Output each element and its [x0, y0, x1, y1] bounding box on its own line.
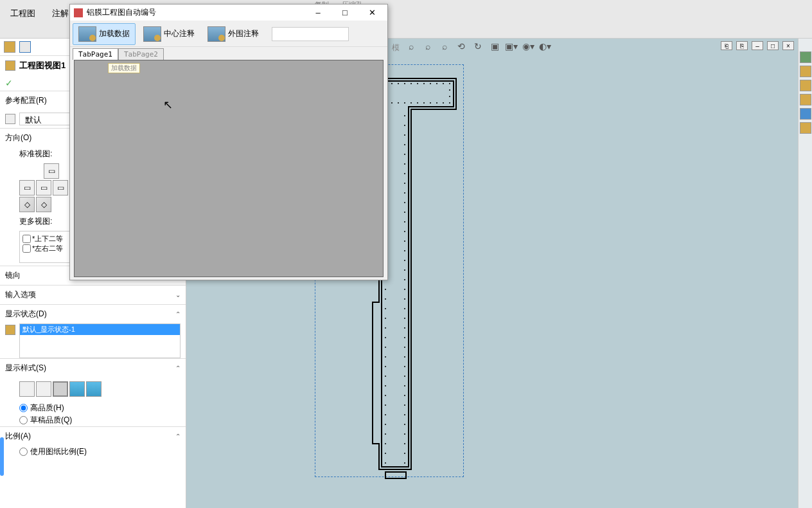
radio-high-quality[interactable]: 高品质(H) [19, 402, 186, 414]
svg-point-56 [404, 260, 405, 261]
tab-page-2[interactable]: TabPage2 [118, 48, 164, 60]
svg-point-21 [423, 102, 425, 104]
cursor-icon: ↖ [163, 98, 173, 112]
tab-page-1[interactable]: TabPage1 [73, 48, 118, 60]
view-btn-top[interactable]: ▭ [36, 180, 51, 195]
svg-point-78 [404, 366, 405, 367]
svg-point-85 [385, 404, 386, 406]
center-annotate-button[interactable]: 中心注释 [138, 24, 200, 44]
auto-number-dialog: 铝膜工程图自动编号 – □ ✕ 加载数据 中心注释 外围注释 TabPage1 … [69, 4, 388, 280]
side-icon-home[interactable] [800, 51, 811, 63]
view-btn-front[interactable]: ▭ [44, 163, 59, 179]
dialog-maximize-icon[interactable]: □ [333, 6, 357, 20]
ribbon-tab-drawing[interactable]: 工程图 [3, 5, 43, 33]
svg-point-95 [385, 453, 386, 454]
svg-point-7 [423, 83, 425, 84]
svg-point-89 [385, 424, 386, 425]
chevron-up-icon: ⌃ [175, 311, 181, 318]
outer-annotate-button[interactable]: 外围注释 [202, 24, 264, 44]
svg-point-87 [385, 414, 386, 415]
section-display-style[interactable]: 显示样式(S) ⌃ [0, 359, 186, 377]
section-input-options[interactable]: 输入选项 ⌄ [0, 286, 186, 304]
dialog-icon [74, 8, 83, 17]
cb-leftright[interactable] [22, 244, 31, 253]
svg-point-16 [391, 102, 393, 104]
scrollbar-thumb[interactable] [0, 437, 4, 476]
style-btn-shaded-edges[interactable] [69, 381, 85, 397]
panel-tab-icon[interactable] [4, 41, 15, 53]
confirm-icon[interactable]: ✓ [5, 78, 13, 88]
section-display-state[interactable]: 显示状态(D) ⌃ [0, 305, 186, 323]
svg-point-24 [443, 102, 444, 104]
svg-point-42 [404, 192, 405, 194]
svg-point-71 [385, 337, 386, 338]
side-icon-5[interactable] [800, 108, 811, 120]
display-icon[interactable]: ▣▾ [505, 40, 518, 53]
svg-point-14 [449, 102, 450, 104]
svg-point-52 [404, 240, 405, 242]
zoom-icon[interactable]: ⌕ [438, 40, 451, 53]
view-btn-left[interactable]: ▭ [19, 180, 35, 195]
svg-point-96 [404, 453, 405, 454]
dialog-minimize-icon[interactable]: – [306, 6, 330, 20]
panel-tab-icon-2[interactable] [19, 41, 31, 53]
vp-maximize-icon[interactable]: □ [767, 41, 779, 50]
radio-draft-quality[interactable]: 草稿品质(Q) [19, 414, 186, 426]
dialog-close-icon[interactable]: ✕ [360, 6, 384, 20]
section-icon[interactable]: ▣ [488, 40, 501, 53]
tooltip: 加载数据 [108, 63, 140, 73]
svg-point-22 [430, 102, 431, 104]
display-state-item[interactable]: 默认_显示状态-1 [20, 324, 180, 335]
vp-prev-icon[interactable]: ⎗ [721, 41, 732, 50]
side-icon-6[interactable] [800, 122, 811, 134]
dialog-content-area[interactable]: 加载数据 ↖ [74, 60, 384, 277]
style-btn-wireframe[interactable] [19, 381, 35, 397]
style-btn-hidden-removed[interactable] [53, 381, 68, 397]
appearance-icon[interactable]: ◐▾ [538, 40, 551, 53]
side-icon-3[interactable] [800, 80, 811, 91]
svg-point-12 [449, 89, 450, 91]
svg-point-91 [385, 433, 386, 435]
load-data-icon [78, 26, 96, 42]
view-btn-iso2[interactable]: ◇ [36, 197, 51, 212]
svg-point-88 [404, 414, 405, 415]
dialog-toolbar: 加载数据 中心注释 外围注释 [70, 21, 387, 47]
style-btn-shaded[interactable] [86, 381, 102, 397]
svg-point-83 [385, 395, 386, 396]
svg-point-10 [443, 83, 444, 84]
vp-minimize-icon[interactable]: – [752, 41, 763, 50]
svg-point-44 [404, 202, 405, 203]
svg-point-81 [385, 385, 386, 386]
section-scale[interactable]: 比例(A) ⌃ [0, 427, 186, 446]
side-icon-4[interactable] [800, 94, 811, 105]
config-icon [5, 114, 15, 124]
pan-icon[interactable]: ↻ [472, 40, 484, 53]
cropped-label: 模 [392, 42, 400, 53]
svg-point-36 [404, 163, 405, 165]
display-state-list[interactable]: 默认_显示状态-1 [19, 323, 181, 358]
svg-point-74 [404, 347, 405, 348]
vp-close-icon[interactable]: × [782, 41, 794, 50]
chevron-up-icon: ⌃ [175, 433, 181, 440]
hide-show-icon[interactable]: ◉▾ [522, 40, 534, 53]
style-btn-hidden-visible[interactable] [36, 381, 51, 397]
view-btn-right[interactable]: ▭ [53, 180, 68, 195]
cb-updown[interactable] [22, 235, 31, 243]
side-icon-2[interactable] [800, 66, 811, 77]
viewport-toolbar: ⌕ ⌕ ⌕ ⟲ ↻ ▣ ▣▾ ◉▾ ◐▾ [405, 40, 551, 53]
svg-point-40 [404, 183, 405, 184]
zoom-fit-icon[interactable]: ⌕ [405, 40, 418, 53]
svg-point-70 [404, 327, 405, 329]
svg-point-17 [398, 102, 399, 104]
svg-point-82 [404, 385, 405, 386]
svg-point-6 [417, 83, 418, 84]
rotate-icon[interactable]: ⟲ [455, 40, 468, 53]
radio-sheet-scale[interactable]: 使用图纸比例(E) [19, 446, 186, 458]
vp-next-icon[interactable]: ⎘ [736, 41, 748, 50]
dialog-titlebar[interactable]: 铝膜工程图自动编号 – □ ✕ [70, 5, 387, 21]
load-data-button[interactable]: 加载数据 [73, 23, 136, 45]
dialog-text-input[interactable] [272, 27, 349, 41]
view-btn-iso1[interactable]: ◇ [19, 197, 35, 212]
zoom-area-icon[interactable]: ⌕ [421, 40, 434, 53]
svg-point-4 [404, 83, 405, 84]
